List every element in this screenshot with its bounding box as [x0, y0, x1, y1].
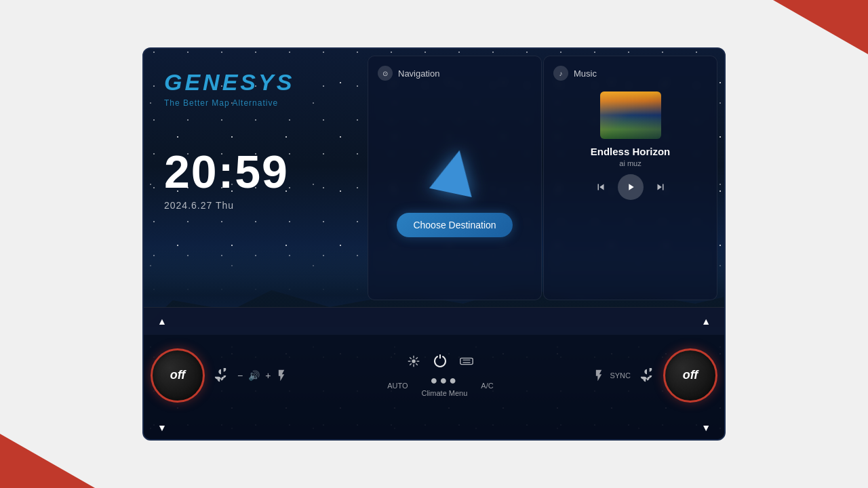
brand-name: GENESYS	[164, 69, 347, 96]
left-panel: GENESYS The Better Map Alternative 20:59…	[144, 49, 368, 307]
music-panel-header: ♪ Music	[553, 66, 707, 81]
climate-controls-row: off − 🔊 +	[144, 335, 724, 415]
clock-time: 20:59	[164, 148, 347, 195]
auto-label: AUTO	[387, 382, 408, 390]
clock-display: 20:59 2024.6.27 Thu	[164, 148, 347, 211]
volume-icon: 🔊	[248, 370, 260, 381]
sync-label: SYNC	[610, 371, 631, 380]
play-button[interactable]	[618, 174, 644, 200]
choose-destination-button[interactable]: Choose Destination	[397, 213, 512, 237]
right-panels: ⊙ Navigation Choose Destination	[368, 49, 724, 307]
fan-button-right[interactable]	[635, 363, 659, 388]
song-title: Endless Horizon	[591, 146, 671, 157]
next-button[interactable]	[654, 181, 667, 193]
corner-accent-top	[732, 0, 868, 54]
album-art	[600, 92, 661, 139]
volume-up-button[interactable]: +	[265, 370, 271, 381]
climate-menu-label: Climate Menu	[421, 389, 467, 397]
music-content: Endless Horizon ai muz	[553, 87, 707, 200]
arrows-down-row: ▼ ▼	[144, 415, 724, 439]
music-panel-title: Music	[574, 68, 597, 79]
nav-arrow	[429, 146, 481, 197]
navigation-panel: ⊙ Navigation Choose Destination	[368, 56, 542, 300]
content-layer: GENESYS The Better Map Alternative 20:59…	[144, 49, 724, 439]
nav-icon: ⊙	[378, 66, 393, 81]
top-section: GENESYS The Better Map Alternative 20:59…	[144, 49, 724, 307]
nav-panel-title: Navigation	[398, 68, 439, 79]
clock-date: 2024.6.27 Thu	[164, 200, 347, 211]
climate-icons-row	[406, 353, 474, 369]
left-temp-up-button[interactable]: ▲	[157, 316, 167, 327]
left-temp-knob[interactable]: off	[151, 348, 205, 403]
music-panel: ♪ Music Endless Horizon ai muz	[543, 56, 717, 300]
arrows-up-row: ▲ ▲	[144, 308, 724, 335]
right-temp-knob[interactable]: off	[663, 348, 717, 403]
climate-label-row: AUTO ●●● Climate Menu A/C	[387, 373, 494, 397]
volume-controls: − 🔊 +	[237, 370, 271, 381]
music-controls	[595, 174, 667, 200]
right-temp-down-button[interactable]: ▼	[701, 422, 711, 433]
climate-power-button[interactable]	[432, 353, 448, 369]
nav-panel-header: ⊙ Navigation	[378, 66, 532, 81]
nav-arrow-container	[428, 141, 482, 202]
corner-accent-bottom	[0, 434, 136, 488]
rear-defrost-button[interactable]	[459, 354, 474, 369]
seat-heat-left-button[interactable]	[275, 369, 288, 382]
volume-area: − 🔊 +	[237, 370, 271, 381]
front-defrost-button[interactable]	[406, 354, 421, 369]
svg-point-0	[412, 359, 416, 363]
fan-button-left[interactable]	[209, 363, 233, 388]
center-climate-controls: AUTO ●●● Climate Menu A/C	[292, 353, 588, 397]
right-temp-up-button[interactable]: ▲	[701, 316, 711, 327]
music-icon: ♪	[553, 66, 568, 81]
seat-heat-right-button[interactable]	[592, 369, 606, 382]
brand-tagline: The Better Map Alternative	[164, 98, 347, 108]
nav-content: Choose Destination	[378, 87, 532, 290]
album-art-inner	[600, 92, 661, 139]
ac-label: A/C	[481, 382, 493, 390]
brand-logo: GENESYS The Better Map Alternative	[164, 69, 347, 108]
car-ui-container: GENESYS The Better Map Alternative 20:59…	[142, 47, 726, 441]
svg-rect-1	[460, 358, 473, 364]
climate-section: ▲ ▲ off − 🔊	[144, 307, 724, 439]
left-temp-down-button[interactable]: ▼	[157, 422, 167, 433]
climate-menu-dots[interactable]: ●●● Climate Menu	[421, 373, 467, 397]
prev-button[interactable]	[595, 181, 607, 193]
song-artist: ai muz	[619, 159, 641, 167]
volume-down-button[interactable]: −	[237, 370, 243, 381]
